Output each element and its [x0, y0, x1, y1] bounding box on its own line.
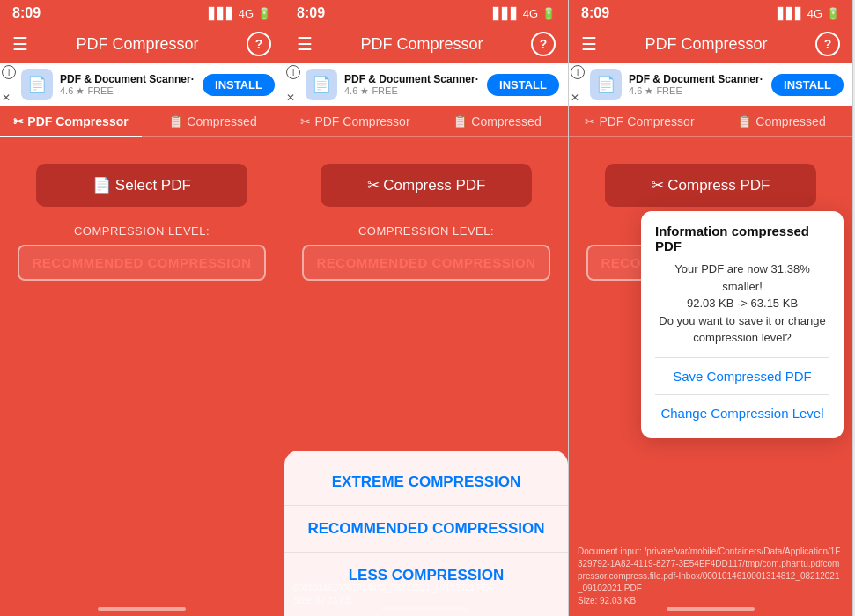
- ad-text: PDF & Document Scanner· 4.6 ★ FREE: [344, 73, 480, 97]
- app-title: PDF Compressor: [76, 35, 198, 54]
- status-bar: 8:09 ▋▋▋ 4G 🔋: [569, 0, 852, 25]
- ad-banner: i ✕ 📄 PDF & Document Scanner· 4.6 ★ FREE…: [569, 63, 852, 106]
- info-popup-body: Your PDF are now 31.38% smaller!92.03 KB…: [655, 260, 829, 347]
- compression-option-0[interactable]: EXTREME COMPRESSION: [284, 459, 568, 506]
- home-indicator: [667, 607, 755, 611]
- ad-banner: i ✕ 📄 PDF & Document Scanner· 4.6 ★ FREE…: [284, 63, 568, 106]
- ad-install-button[interactable]: INSTALL: [771, 74, 844, 96]
- ad-banner: i ✕ 📄 PDF & Document Scanner· 4.6 ★ FREE…: [0, 63, 284, 106]
- main-action-button[interactable]: ✂ Compress PDF: [321, 164, 532, 207]
- tabs: ✂PDF Compressor 📋Compressed: [284, 106, 568, 137]
- tab-1[interactable]: 📋Compressed: [142, 106, 284, 136]
- tab-1[interactable]: 📋Compressed: [711, 106, 852, 136]
- home-indicator: [98, 607, 186, 611]
- signal-icon: ▋▋▋: [493, 7, 520, 20]
- tabs: ✂PDF Compressor 📋Compressed: [0, 106, 284, 137]
- phone-panel-panel1: 8:09 ▋▋▋ 4G 🔋 ☰ PDF Compressor ? i ✕ 📄 P…: [0, 0, 284, 616]
- app-header: ☰ PDF Compressor ?: [284, 25, 568, 63]
- ad-app-name: PDF & Document Scanner·: [629, 73, 764, 85]
- status-time: 8:09: [12, 5, 41, 21]
- signal-icon: ▋▋▋: [778, 7, 804, 20]
- compression-section: COMPRESSION LEVEL: RECOMMENDED COMPRESSI…: [302, 224, 550, 281]
- app-title: PDF Compressor: [360, 35, 483, 54]
- ad-app-icon: 📄: [306, 69, 337, 100]
- file-info: Document input: /private/var/mobile/Cont…: [578, 546, 844, 607]
- ad-text: PDF & Document Scanner· 4.6 ★ FREE: [60, 73, 195, 97]
- status-icons: ▋▋▋ 4G 🔋: [209, 7, 271, 20]
- status-time: 8:09: [297, 5, 325, 21]
- tab-1[interactable]: 📋Compressed: [426, 106, 568, 136]
- battery-icon: 🔋: [826, 7, 840, 20]
- ad-info-icon[interactable]: i: [286, 65, 300, 79]
- ad-close-icon[interactable]: ✕: [571, 92, 579, 104]
- menu-icon[interactable]: ☰: [12, 33, 28, 55]
- compression-value-button[interactable]: RECOMMENDED COMPRESSION: [18, 245, 266, 281]
- menu-icon[interactable]: ☰: [581, 33, 597, 55]
- info-popup-divider-2: [655, 394, 829, 395]
- status-icons: ▋▋▋ 4G 🔋: [493, 7, 556, 20]
- ad-app-name: PDF & Document Scanner·: [344, 73, 480, 85]
- compression-label: COMPRESSION LEVEL:: [74, 224, 210, 238]
- signal-icon: ▋▋▋: [209, 7, 235, 20]
- compression-section: COMPRESSION LEVEL: RECOMMENDED COMPRESSI…: [18, 224, 266, 281]
- ad-info-icon[interactable]: i: [571, 65, 585, 79]
- ad-stars: 4.6 ★ FREE: [629, 85, 764, 97]
- compression-option-1[interactable]: RECOMMENDED COMPRESSION: [284, 506, 568, 553]
- tabs: ✂PDF Compressor 📋Compressed: [569, 106, 852, 137]
- ad-install-button[interactable]: INSTALL: [487, 74, 559, 96]
- status-bar: 8:09 ▋▋▋ 4G 🔋: [284, 0, 568, 25]
- ad-close-icon[interactable]: ✕: [286, 92, 295, 104]
- main-action-button[interactable]: 📄 Select PDF: [36, 164, 247, 207]
- ad-stars: 4.6 ★ FREE: [60, 85, 195, 97]
- tab-icon-1: 📋: [453, 114, 468, 128]
- battery-icon: 🔋: [542, 7, 556, 20]
- ad-stars: 4.6 ★ FREE: [344, 85, 480, 97]
- main-action-button[interactable]: ✂ Compress PDF: [605, 164, 816, 207]
- status-time: 8:09: [581, 5, 609, 21]
- menu-icon[interactable]: ☰: [297, 33, 313, 55]
- ad-app-icon: 📄: [21, 69, 53, 100]
- panel-content: 📄 Select PDF COMPRESSION LEVEL: RECOMMEN…: [0, 137, 284, 602]
- help-icon[interactable]: ?: [531, 32, 556, 56]
- info-popup-divider: [655, 357, 829, 358]
- tab-icon-1: 📋: [168, 114, 183, 128]
- app-header: ☰ PDF Compressor ?: [569, 25, 852, 63]
- file-info: 0001014610001314812_08212021_09102021.PD…: [293, 583, 559, 607]
- tab-icon-0: ✂: [300, 114, 311, 128]
- compression-value-button[interactable]: RECOMMENDED COMPRESSION: [302, 245, 550, 281]
- save-compressed-pdf-button[interactable]: Save Compressed PDF: [655, 363, 829, 389]
- network-icon: 4G: [523, 7, 538, 20]
- tab-0[interactable]: ✂PDF Compressor: [0, 106, 142, 136]
- change-compression-level-button[interactable]: Change Compression Level: [655, 400, 829, 426]
- ad-install-button[interactable]: INSTALL: [203, 74, 275, 96]
- tab-icon-1: 📋: [737, 114, 752, 128]
- phone-panel-panel2: 8:09 ▋▋▋ 4G 🔋 ☰ PDF Compressor ? i ✕ 📄 P…: [284, 0, 569, 616]
- compression-label: COMPRESSION LEVEL:: [358, 224, 494, 238]
- tab-icon-0: ✂: [585, 114, 595, 128]
- ad-app-icon: 📄: [590, 69, 622, 100]
- tab-0[interactable]: ✂PDF Compressor: [569, 106, 711, 136]
- ad-close-icon[interactable]: ✕: [2, 92, 11, 104]
- network-icon: 4G: [239, 7, 254, 20]
- info-popup: Information compressed PDF Your PDF are …: [641, 211, 844, 438]
- app-title: PDF Compressor: [645, 35, 767, 54]
- status-bar: 8:09 ▋▋▋ 4G 🔋: [0, 0, 284, 25]
- tab-0[interactable]: ✂PDF Compressor: [284, 106, 426, 136]
- app-header: ☰ PDF Compressor ?: [0, 25, 284, 63]
- ad-text: PDF & Document Scanner· 4.6 ★ FREE: [629, 73, 764, 97]
- ad-info-icon[interactable]: i: [2, 65, 16, 79]
- info-popup-title: Information compressed PDF: [655, 224, 829, 253]
- phone-panel-panel3: 8:09 ▋▋▋ 4G 🔋 ☰ PDF Compressor ? i ✕ 📄 P…: [569, 0, 853, 616]
- tab-icon-0: ✂: [13, 114, 24, 128]
- ad-app-name: PDF & Document Scanner·: [60, 73, 195, 85]
- help-icon[interactable]: ?: [247, 32, 271, 56]
- network-icon: 4G: [807, 7, 822, 20]
- battery-icon: 🔋: [257, 7, 271, 20]
- status-icons: ▋▋▋ 4G 🔋: [778, 7, 840, 20]
- help-icon[interactable]: ?: [815, 32, 840, 56]
